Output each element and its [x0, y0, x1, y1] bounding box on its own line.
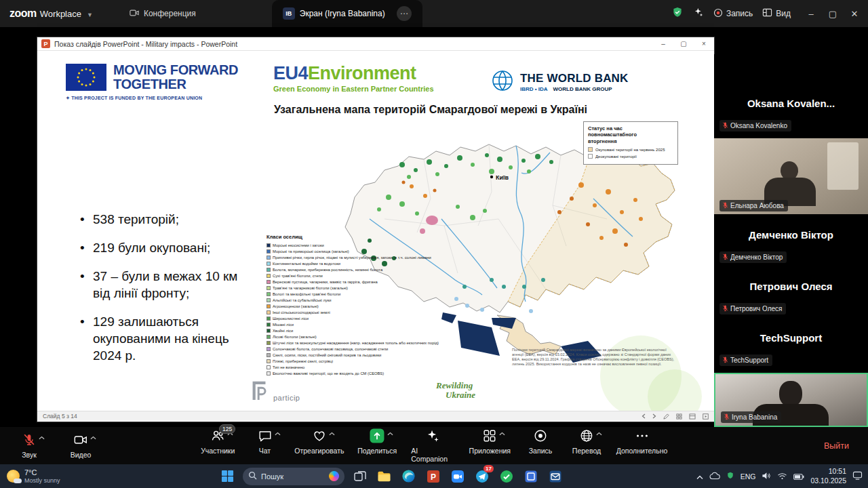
reading-view-icon	[689, 413, 696, 420]
language-indicator[interactable]: ENG	[741, 472, 756, 481]
toolbar-item-label: Перевод	[572, 447, 601, 455]
onedrive-cloud-icon[interactable]	[709, 470, 720, 483]
chevron-up-icon[interactable]	[90, 433, 96, 441]
legend-item: Континентальні водойми та водотоки	[267, 260, 441, 266]
legend-item: Вологі та мезофільні трав’яні біотопи	[267, 291, 441, 297]
translate-button[interactable]: Перевод	[571, 428, 602, 463]
legend-swatch	[267, 359, 271, 363]
participant-chip-name: Ельнара Аюбова	[730, 202, 784, 209]
eu-slogan-line1: MOVING FORWARD	[113, 63, 238, 77]
security-shield-icon[interactable]	[671, 6, 684, 21]
ai-button[interactable]: AI Companion	[411, 428, 454, 463]
legend-item: Штучні ліси та монокультурні насадження …	[267, 340, 441, 346]
legend-label: Скелі, осипи, піски, постійний сніговий …	[273, 353, 381, 357]
powerpoint-taskbar-icon[interactable]: P	[424, 467, 442, 485]
wifi-icon[interactable]	[777, 470, 787, 483]
ppt-maximize-button: ▢	[673, 40, 694, 47]
notification-center-icon[interactable]	[852, 470, 863, 483]
security-tray-icon[interactable]	[726, 470, 734, 483]
search-box[interactable]: Пошук	[243, 468, 344, 485]
telegram-taskbar-icon[interactable]: 17	[473, 467, 491, 485]
tray-expand-icon[interactable]	[696, 470, 703, 483]
zoom-toolbar: ЗвукВидео 125УчастникиЧатОтреагироватьПо…	[0, 427, 868, 464]
chevron-up-icon[interactable]	[39, 433, 45, 441]
participant-tile[interactable]: Ельнара Аюбова	[714, 138, 868, 214]
toolbar-item-label: Участники	[201, 447, 235, 455]
share-button[interactable]: Поделиться	[358, 428, 396, 463]
close-button[interactable]: ✕	[844, 0, 865, 27]
grid-view-icon	[676, 413, 682, 420]
chevron-up-icon[interactable]	[387, 429, 393, 437]
chevron-up-icon[interactable]	[596, 429, 602, 437]
legend-label: Широколистяні ліси	[273, 317, 309, 321]
legend-swatch	[267, 292, 271, 296]
tab-options-button[interactable]: ⋯	[397, 6, 412, 21]
ai-sparkle-icon[interactable]	[693, 7, 704, 20]
chat-icon	[257, 428, 272, 445]
task-view-taskbar-icon[interactable]	[351, 467, 369, 485]
video-button[interactable]: Видео	[65, 432, 96, 459]
weather-widget[interactable]: 7°C Mostly sunny	[7, 468, 60, 484]
zoom-workplace-logo[interactable]: zoom Workplace ▼	[0, 7, 102, 20]
chat-button[interactable]: Чат	[249, 428, 280, 463]
powerpoint-app-icon: P	[41, 39, 50, 48]
record-button[interactable]: Запись	[525, 428, 556, 463]
habitat-legend: Класи оселищ Морські екосистеми і затоки…	[267, 234, 441, 376]
chevron-up-icon[interactable]	[274, 429, 280, 437]
eu-funded-logo: MOVING FORWARD TOGETHER	[66, 63, 238, 92]
toolbar-item-label: Запись	[529, 447, 552, 455]
zoom-app-taskbar-icon[interactable]	[448, 467, 467, 485]
toolbar-item-label: Чат	[259, 447, 271, 455]
legend-label: Морські та приморські оселища (загальні)	[273, 249, 349, 253]
participant-chip-name: Демченко Віктор	[730, 253, 783, 261]
legend-label: Верескові пустища, чагарники, маквіс та …	[273, 280, 378, 284]
legend-item: Трав’яні та чагарникові біотопи (загальн…	[267, 285, 441, 291]
legend-item: Морські та приморські оселища (загальні)	[267, 248, 441, 254]
participant-name: Петрович Олеся	[714, 281, 868, 292]
chevron-up-icon[interactable]	[499, 429, 505, 437]
eu-slogan-line2: TOGETHER	[113, 77, 238, 92]
next-slide-icon	[652, 413, 656, 419]
file-explorer-taskbar-icon[interactable]	[375, 467, 393, 485]
more-button[interactable]: Дополнительно	[617, 428, 667, 463]
start-button[interactable]	[218, 467, 237, 485]
leave-button[interactable]: Выйти	[824, 441, 849, 451]
participants-button[interactable]: 125Участники	[201, 428, 235, 463]
ppt-minimize-button: –	[653, 40, 673, 47]
view-button[interactable]: Вид	[762, 7, 791, 20]
maximize-button[interactable]: ▢	[822, 0, 844, 27]
apps-button[interactable]: Приложения	[470, 428, 510, 463]
minimize-button[interactable]: –	[800, 0, 822, 27]
participant-tile[interactable]: Демченко ВікторДемченко Віктор	[714, 218, 868, 266]
chevron-up-icon[interactable]	[329, 429, 335, 437]
tab-meeting[interactable]: Конференция	[119, 0, 207, 27]
participant-tile[interactable]: Oksana Kovalen...Oksana Kovalenko	[714, 87, 868, 134]
legend-swatch	[267, 243, 271, 247]
participant-label: Iryna Babanina	[721, 411, 781, 423]
search-icon	[248, 471, 257, 481]
tab-screen-share[interactable]: IB Экран (Iryna Babanina) ⋯	[272, 0, 422, 27]
world-bank-group-text: WORLD BANK GROUP	[553, 86, 612, 92]
mail-app-taskbar-icon[interactable]	[546, 467, 564, 485]
slide-title: Узагальнена мапа територій Смарагдової м…	[234, 104, 627, 116]
participant-tile[interactable]: Петрович ОлесяПетрович Олеся	[714, 270, 868, 317]
react-button[interactable]: Отреагировать	[295, 428, 343, 463]
eu-flag-icon	[66, 64, 106, 91]
volume-icon[interactable]	[762, 470, 771, 483]
habitat-legend-title: Класи оселищ	[267, 234, 441, 240]
legend-swatch	[267, 274, 271, 278]
clock[interactable]: 10:51 03.10.2025	[810, 467, 846, 485]
edge-taskbar-icon[interactable]	[399, 467, 418, 485]
participant-tile-active-speaker[interactable]: Iryna Babanina	[714, 373, 868, 427]
translate-icon	[579, 428, 594, 445]
status-item-label: Окуповані території на червень 2025	[595, 148, 665, 152]
muted-mic-icon	[722, 201, 728, 210]
blue-app-taskbar-icon[interactable]	[521, 467, 540, 485]
recording-indicator[interactable]: Запись	[713, 8, 753, 20]
green-app-taskbar-icon[interactable]	[497, 467, 515, 485]
powerpoint-titlebar: P Показ слайдів PowerPoint - Military im…	[37, 37, 714, 51]
participant-label: Петрович Олеся	[719, 303, 786, 314]
participant-tile[interactable]: TechSupportTechSupport	[714, 321, 868, 369]
audio-button[interactable]: Звук	[14, 432, 45, 459]
battery-icon[interactable]	[793, 470, 804, 483]
